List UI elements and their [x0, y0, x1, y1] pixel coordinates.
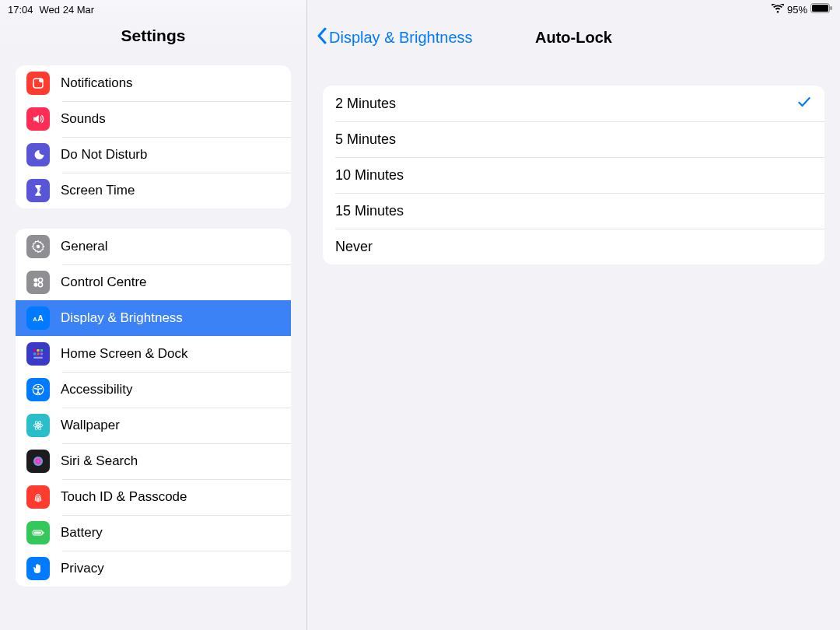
sidebar-item-battery[interactable]: Battery	[16, 515, 291, 551]
sidebar-item-sounds[interactable]: Sounds	[16, 101, 291, 137]
status-date: Wed 24 Mar	[40, 4, 95, 16]
sidebar-item-label: Touch ID & Passcode	[61, 489, 187, 505]
privacy-icon	[26, 557, 50, 580]
option-label: 2 Minutes	[335, 96, 396, 112]
settings-title: Settings	[0, 19, 306, 58]
sidebar-item-accessibility[interactable]: Accessibility	[16, 372, 291, 408]
svg-rect-2	[831, 6, 832, 10]
dnd-icon	[26, 143, 50, 166]
general-icon	[26, 235, 50, 258]
status-time: 17:04	[8, 4, 33, 16]
svg-text:A: A	[37, 313, 44, 323]
sidebar-item-label: General	[61, 239, 107, 254]
sidebar-item-label: Control Centre	[61, 275, 147, 290]
option-label: 15 Minutes	[335, 203, 404, 219]
checkmark-icon	[796, 94, 812, 114]
svg-rect-8	[38, 278, 42, 282]
sidebar-item-label: Battery	[61, 525, 103, 541]
battery-percent: 95%	[787, 4, 807, 16]
sidebar-item-screen-time[interactable]: Screen Time	[16, 173, 291, 208]
wifi-icon	[772, 4, 784, 16]
svg-rect-14	[40, 349, 43, 352]
notifications-icon	[26, 72, 50, 95]
sidebar-item-display-brightness[interactable]: AADisplay & Brightness	[16, 300, 291, 336]
svg-point-21	[37, 425, 40, 427]
svg-rect-13	[37, 349, 40, 352]
svg-rect-28	[43, 532, 44, 534]
back-button[interactable]: Display & Brightness	[317, 27, 473, 48]
sidebar-item-control-centre[interactable]: Control Centre	[16, 264, 291, 300]
svg-rect-17	[40, 353, 43, 355]
svg-point-4	[39, 79, 43, 82]
svg-rect-16	[37, 353, 40, 355]
control-icon	[26, 271, 50, 294]
sidebar-item-label: Notifications	[61, 75, 133, 91]
sidebar-item-touch-id-passcode[interactable]: Touch ID & Passcode	[16, 479, 291, 515]
sidebar-item-label: Home Screen & Dock	[61, 346, 187, 362]
sidebar-item-label: Siri & Search	[61, 453, 138, 469]
svg-point-5	[37, 245, 40, 249]
svg-point-20	[37, 386, 40, 388]
svg-rect-27	[34, 532, 41, 534]
sidebar-item-home-screen-dock[interactable]: Home Screen & Dock	[16, 336, 291, 372]
autolock-option[interactable]: Never	[323, 229, 824, 264]
accessibility-icon	[26, 378, 50, 401]
status-bar: 17:04 Wed 24 Mar 95%	[0, 0, 840, 17]
svg-point-25	[33, 457, 43, 466]
sidebar-item-label: Display & Brightness	[61, 310, 183, 326]
battery-icon	[26, 521, 50, 544]
sidebar-item-label: Wallpaper	[61, 418, 120, 433]
autolock-option[interactable]: 2 Minutes	[323, 86, 824, 121]
option-label: Never	[335, 239, 373, 255]
touchid-icon	[26, 485, 50, 509]
autolock-options: 2 Minutes5 Minutes10 Minutes15 MinutesNe…	[323, 86, 824, 264]
svg-rect-9	[33, 282, 37, 286]
svg-rect-1	[812, 5, 828, 12]
sidebar-item-label: Screen Time	[61, 183, 135, 198]
siri-icon	[26, 450, 50, 473]
sidebar-item-general[interactable]: General	[16, 229, 291, 264]
sidebar-item-wallpaper[interactable]: Wallpaper	[16, 408, 291, 443]
sidebar-item-siri-search[interactable]: Siri & Search	[16, 443, 291, 479]
home-icon	[26, 342, 50, 366]
svg-text:A: A	[33, 316, 37, 323]
svg-rect-12	[33, 349, 36, 352]
option-label: 5 Minutes	[335, 131, 396, 148]
autolock-option[interactable]: 10 Minutes	[323, 157, 824, 193]
sounds-icon	[26, 107, 50, 131]
sidebar-item-label: Do Not Disturb	[61, 147, 147, 163]
autolock-option[interactable]: 5 Minutes	[323, 121, 824, 157]
autolock-option[interactable]: 15 Minutes	[323, 193, 824, 229]
wallpaper-icon	[26, 414, 50, 437]
sidebar-item-label: Sounds	[61, 111, 106, 127]
battery-icon	[810, 3, 832, 16]
detail-pane: Display & Brightness Auto-Lock 2 Minutes…	[307, 0, 840, 630]
sidebar-item-do-not-disturb[interactable]: Do Not Disturb	[16, 137, 291, 173]
back-label: Display & Brightness	[329, 29, 473, 47]
sidebar-item-label: Accessibility	[61, 382, 133, 397]
sidebar-item-privacy[interactable]: Privacy	[16, 551, 291, 586]
svg-point-7	[38, 282, 42, 286]
sidebar-item-label: Privacy	[61, 561, 104, 576]
svg-rect-18	[33, 357, 43, 359]
svg-point-6	[33, 278, 37, 282]
screentime-icon	[26, 179, 50, 202]
option-label: 10 Minutes	[335, 167, 404, 184]
svg-rect-15	[33, 353, 36, 355]
sidebar-item-notifications[interactable]: Notifications	[16, 65, 291, 101]
settings-sidebar: Settings NotificationsSoundsDo Not Distu…	[0, 0, 307, 630]
chevron-left-icon	[317, 27, 327, 48]
display-icon: AA	[26, 306, 50, 330]
